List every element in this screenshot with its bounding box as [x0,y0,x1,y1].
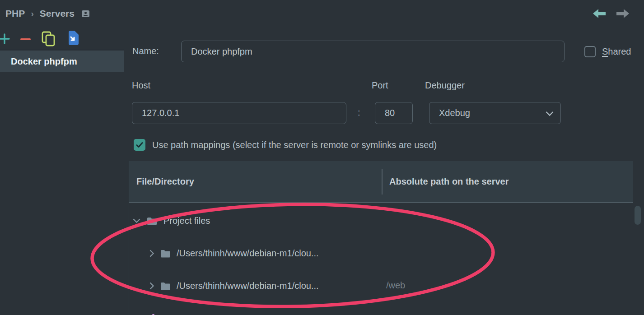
use-path-mappings-label[interactable]: Use path mappings (select if the server … [152,140,437,150]
host-port-separator: : [358,107,360,118]
sidebar-toolbar [0,28,124,49]
toolbar-separator [0,50,124,50]
tree-item-label: /Users/thinh/www/debian-m1/clou... [177,248,319,259]
debugger-select-value: Xdebug [439,108,470,118]
chevron-down-icon[interactable] [133,218,140,223]
chevron-right-icon[interactable] [149,282,154,290]
tree-item-label: /Users/thinh/www/debian-m1/clou... [177,281,319,291]
absolute-path-value[interactable]: /web [386,280,405,291]
project-scope-icon [81,9,90,18]
servers-sidebar: Docker phpfpm [0,25,124,315]
name-input[interactable] [181,41,565,62]
column-header-absolute-path[interactable]: Absolute path on the server [389,161,509,202]
back-arrow-icon [593,9,606,19]
shared-checkbox[interactable] [584,46,596,57]
add-icon[interactable] [0,33,10,45]
forward-arrow-button[interactable] [616,8,630,19]
debugger-label: Debugger [425,80,465,91]
tree-item-label: Project files [163,216,210,226]
port-label: Port [372,80,388,91]
column-header-file-directory[interactable]: File/Directory [136,161,194,202]
vertical-scrollbar-thumb[interactable] [635,206,641,225]
folder-icon [160,249,171,258]
import-icon[interactable] [67,31,79,46]
breadcrumb-separator: › [31,9,34,19]
table-header: File/Directory Absolute path on the serv… [129,161,633,203]
debugger-select[interactable]: Xdebug [429,102,561,124]
folder-icon [160,282,171,290]
breadcrumb: PHP › Servers [5,6,90,21]
port-input[interactable] [375,102,413,124]
table-row[interactable]: /Users/thinh/www/debian-m1/clou... [149,275,319,296]
table-row[interactable]: Project files [133,210,210,232]
host-label: Host [132,80,150,91]
table-left-edge [129,161,129,315]
forward-arrow-icon [616,9,630,19]
remove-icon[interactable] [20,38,31,41]
breadcrumb-root[interactable]: PHP [5,8,25,19]
name-label: Name: [132,46,159,56]
breadcrumb-current: Servers [40,8,75,19]
table-row[interactable]: /Users/thinh/www/debian-m1/clou... [149,242,319,264]
sidebar-item-docker-phpfpm[interactable]: Docker phpfpm [0,51,124,72]
folder-icon [147,217,157,225]
server-item-label: Docker phpfpm [11,56,77,67]
back-arrow-button[interactable] [592,8,607,19]
column-divider[interactable] [382,169,383,195]
shared-label[interactable]: Shared [602,46,631,57]
use-path-mappings-checkbox[interactable] [134,139,145,151]
checkmark-icon [136,142,143,148]
host-input[interactable] [132,102,346,124]
chevron-down-icon [546,108,554,118]
table-row[interactable]: Include path [148,310,213,315]
copy-icon[interactable] [42,31,56,47]
chevron-right-icon[interactable] [149,250,154,257]
